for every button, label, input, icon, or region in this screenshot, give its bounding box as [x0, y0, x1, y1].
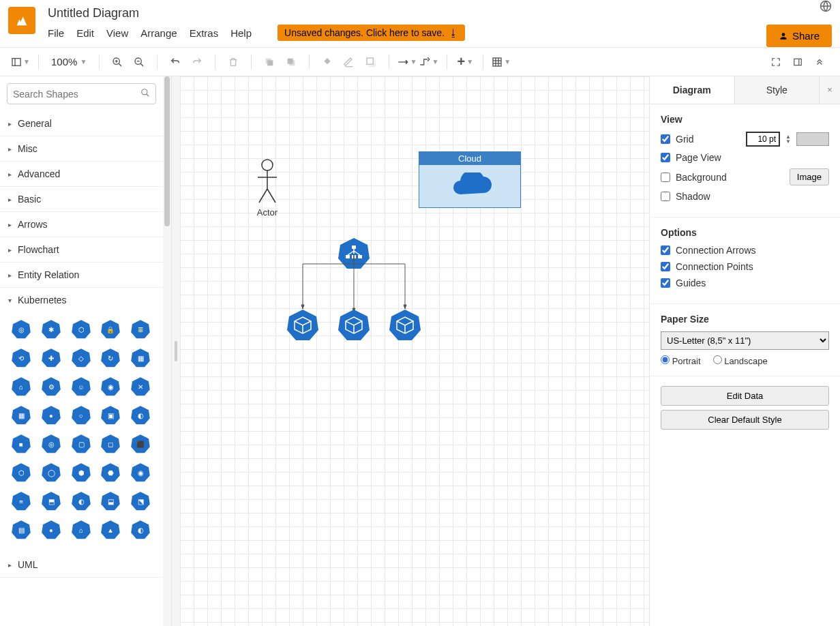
- k8s-shape-17[interactable]: ○: [70, 404, 93, 427]
- k8s-shape-39[interactable]: ◐: [129, 518, 152, 541]
- k8s-shape-25[interactable]: ⬡: [10, 461, 33, 484]
- k8s-shape-18[interactable]: ▣: [99, 404, 122, 427]
- background-image-button[interactable]: Image: [790, 168, 829, 185]
- k8s-shape-23[interactable]: ◻: [99, 432, 122, 456]
- clear-style-button[interactable]: Clear Default Style: [661, 410, 829, 430]
- menu-arrange[interactable]: Arrange: [140, 27, 177, 39]
- palette-misc[interactable]: ▸Misc: [0, 136, 163, 162]
- k8s-shape-10[interactable]: ⌂: [10, 375, 33, 398]
- palette-arrows[interactable]: ▸Arrows: [0, 212, 163, 237]
- k8s-shape-6[interactable]: ✚: [40, 346, 63, 370]
- shape-k8s-child-3[interactable]: [388, 308, 422, 344]
- document-title[interactable]: Untitled Diagram: [48, 6, 766, 20]
- redo-button[interactable]: [188, 53, 207, 72]
- portrait-option[interactable]: Portrait: [661, 355, 701, 366]
- paper-size-select[interactable]: US-Letter (8,5" x 11"): [661, 331, 829, 350]
- k8s-shape-8[interactable]: ↻: [99, 346, 122, 370]
- palette-general[interactable]: ▸General: [0, 111, 163, 136]
- conn-points-checkbox[interactable]: [661, 262, 670, 271]
- to-back-button[interactable]: [282, 53, 301, 72]
- tab-diagram[interactable]: Diagram: [650, 76, 735, 104]
- k8s-shape-33[interactable]: ⬓: [99, 490, 122, 513]
- undo-button[interactable]: [166, 53, 185, 72]
- to-front-button[interactable]: [260, 53, 279, 72]
- k8s-shape-38[interactable]: ▲: [99, 518, 122, 541]
- k8s-shape-21[interactable]: ◎: [40, 432, 63, 456]
- k8s-shape-32[interactable]: ◐: [70, 490, 93, 513]
- shadow-checkbox[interactable]: [661, 192, 670, 201]
- close-panel-button[interactable]: ×: [820, 76, 840, 104]
- language-icon[interactable]: [820, 0, 832, 12]
- menu-help[interactable]: Help: [230, 27, 252, 39]
- app-logo[interactable]: [8, 7, 35, 34]
- k8s-shape-26[interactable]: ◯: [40, 461, 63, 484]
- k8s-shape-14[interactable]: ✕: [129, 375, 152, 398]
- k8s-shape-28[interactable]: ⬣: [99, 461, 122, 484]
- palette-flowchart[interactable]: ▸Flowchart: [0, 237, 163, 263]
- portrait-radio[interactable]: [661, 355, 670, 364]
- k8s-shape-13[interactable]: ◉: [99, 375, 122, 398]
- k8s-shape-5[interactable]: ⟲: [10, 346, 33, 370]
- k8s-shape-2[interactable]: ⬡: [70, 318, 93, 341]
- zoom-dropdown[interactable]: 100%▼: [47, 56, 91, 68]
- search-input[interactable]: [13, 89, 140, 100]
- k8s-shape-7[interactable]: ◇: [70, 346, 93, 370]
- shadow-button[interactable]: [361, 53, 380, 72]
- save-banner[interactable]: Unsaved changes. Click here to save. ⭳: [278, 25, 465, 41]
- k8s-shape-11[interactable]: ⚙: [40, 375, 63, 398]
- edit-data-button[interactable]: Edit Data: [661, 386, 829, 406]
- palette-kubernetes[interactable]: ▾Kubernetes: [0, 288, 163, 312]
- k8s-shape-27[interactable]: ⬢: [70, 461, 93, 484]
- k8s-shape-0[interactable]: ◎: [10, 318, 33, 341]
- connection-style-button[interactable]: ▼: [397, 53, 417, 72]
- format-panel-button[interactable]: [788, 53, 807, 72]
- k8s-shape-9[interactable]: ▦: [129, 346, 152, 370]
- sidebar-scrollbar[interactable]: [163, 76, 171, 626]
- k8s-shape-22[interactable]: ▢: [70, 432, 93, 456]
- k8s-shape-30[interactable]: ≡: [10, 490, 33, 513]
- k8s-shape-4[interactable]: ≣: [129, 318, 152, 341]
- shape-actor[interactable]: Actor: [255, 158, 280, 218]
- canvas-splitter[interactable]: [172, 76, 180, 626]
- palette-advanced[interactable]: ▸Advanced: [0, 162, 163, 187]
- shape-cloud-container[interactable]: Cloud: [419, 151, 521, 208]
- tab-style[interactable]: Style: [735, 76, 820, 104]
- share-button[interactable]: Share: [766, 25, 832, 47]
- k8s-shape-16[interactable]: ●: [40, 404, 63, 427]
- landscape-option[interactable]: Landscape: [713, 355, 768, 366]
- shape-k8s-child-1[interactable]: [286, 308, 320, 344]
- grid-color-swatch[interactable]: [796, 132, 829, 146]
- guides-checkbox[interactable]: [661, 278, 670, 288]
- menu-file[interactable]: File: [48, 27, 64, 39]
- menu-edit[interactable]: Edit: [76, 27, 94, 39]
- k8s-shape-29[interactable]: ◉: [129, 461, 152, 484]
- grid-stepper[interactable]: ▲▼: [785, 134, 791, 144]
- grid-checkbox[interactable]: [661, 134, 670, 144]
- fullscreen-button[interactable]: [766, 53, 785, 72]
- landscape-radio[interactable]: [713, 355, 722, 364]
- palette-basic[interactable]: ▸Basic: [0, 187, 163, 212]
- menu-view[interactable]: View: [106, 27, 128, 39]
- canvas[interactable]: Actor Cloud: [180, 76, 649, 626]
- insert-button[interactable]: +▼: [455, 53, 475, 72]
- k8s-shape-37[interactable]: ⌂: [70, 518, 93, 541]
- k8s-shape-12[interactable]: ☺: [70, 375, 93, 398]
- shape-k8s-child-2[interactable]: [337, 308, 371, 344]
- menu-extras[interactable]: Extras: [190, 27, 219, 39]
- k8s-shape-34[interactable]: ⬔: [129, 490, 152, 513]
- palette-uml[interactable]: ▸UML: [0, 552, 163, 578]
- k8s-shape-35[interactable]: ▤: [10, 518, 33, 541]
- zoom-out-button[interactable]: [130, 53, 149, 72]
- k8s-shape-1[interactable]: ✱: [40, 318, 63, 341]
- delete-button[interactable]: [224, 53, 243, 72]
- grid-size-input[interactable]: [746, 132, 780, 147]
- k8s-shape-3[interactable]: 🔒: [99, 318, 122, 341]
- k8s-shape-15[interactable]: ▦: [10, 404, 33, 427]
- k8s-shape-36[interactable]: ●: [40, 518, 63, 541]
- k8s-shape-20[interactable]: ■: [10, 432, 33, 456]
- waypoint-style-button[interactable]: ▼: [419, 53, 438, 72]
- collapse-button[interactable]: [810, 53, 829, 72]
- table-button[interactable]: ▼: [492, 53, 511, 72]
- search-icon[interactable]: [140, 88, 150, 100]
- k8s-shape-31[interactable]: ⬒: [40, 490, 63, 513]
